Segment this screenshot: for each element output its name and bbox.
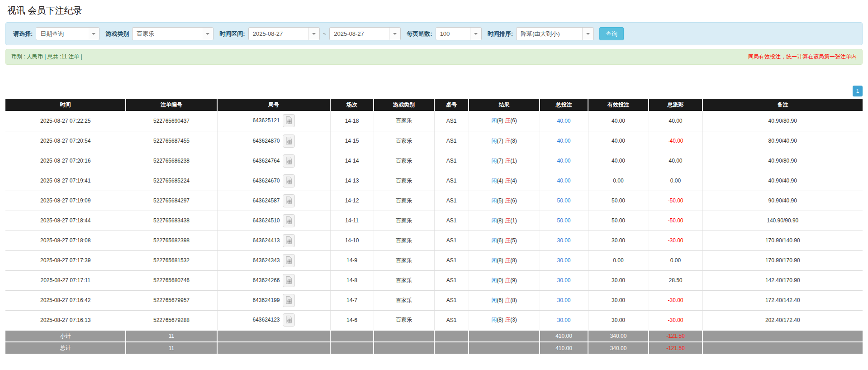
- valid-bet-cell: 30.00: [588, 270, 649, 290]
- table-row: 2025-08-27 07:19:09522765684297643624587…: [5, 191, 863, 211]
- session-cell: 14-15: [330, 131, 374, 151]
- total-bet-link[interactable]: 30.00: [557, 237, 570, 244]
- result-cell: 闲(8) 庄(3): [469, 310, 540, 330]
- table-row: 2025-08-27 07:16:42522765679957643624199…: [5, 290, 863, 310]
- currency-total-text: 币别 : 人民币 | 总共 :11 注单 |: [11, 53, 82, 61]
- result-cell: 闲(7) 庄(8): [469, 131, 540, 151]
- round-cell: 643624870: [217, 131, 330, 151]
- bet-number-cell: 522765683438: [126, 211, 217, 231]
- banker-result-label: 庄: [505, 257, 510, 264]
- time-cell: 2025-08-27 07:20:54: [5, 131, 126, 151]
- bet-number-cell: 522765690437: [126, 111, 217, 131]
- banker-result-score: (6): [510, 197, 517, 204]
- total-bet-link[interactable]: 40.00: [557, 118, 570, 124]
- page: 视讯 会员下注纪录 请选择: 日期查询 游戏类别 百家乐 时间区间: 2025-…: [0, 5, 868, 354]
- round-cell: 643624266: [217, 270, 330, 290]
- query-type-value: 日期查询: [36, 28, 88, 40]
- caret-down-icon[interactable]: [308, 28, 319, 40]
- payout-cell: 0.00: [649, 250, 702, 270]
- filter-panel: 请选择: 日期查询 游戏类别 百家乐 时间区间: 2025-08-27 ~ 20…: [5, 22, 863, 45]
- round-cell: 643624670: [217, 171, 330, 191]
- player-result-score: (4): [497, 178, 505, 184]
- total-bet-link[interactable]: 30.00: [557, 257, 570, 264]
- banker-result-label: 庄: [505, 217, 510, 224]
- video-replay-icon[interactable]: [283, 194, 295, 207]
- caret-down-icon[interactable]: [582, 28, 593, 40]
- player-result-label: 闲: [491, 237, 497, 244]
- total-bet-link[interactable]: 30.00: [557, 297, 570, 303]
- total-bet-link[interactable]: 40.00: [557, 178, 570, 184]
- time-sort-select[interactable]: 降冪(由大到小): [516, 27, 594, 40]
- player-result-label: 闲: [491, 317, 497, 323]
- player-result-score: (8): [497, 257, 505, 264]
- player-result-label: 闲: [491, 297, 497, 303]
- player-result-label: 闲: [491, 158, 497, 164]
- caret-down-icon[interactable]: [470, 28, 481, 40]
- total-bet-link[interactable]: 30.00: [557, 317, 570, 323]
- query-type-label: 请选择:: [13, 30, 33, 38]
- total-bet-cell: 30.00: [540, 250, 588, 270]
- total-bet-link[interactable]: 50.00: [557, 197, 570, 204]
- table-footer: 小计11410.00340.00-121.50总计11410.00340.00-…: [5, 330, 863, 354]
- player-result-score: (8): [497, 217, 505, 224]
- video-replay-icon[interactable]: [283, 214, 295, 227]
- total-bet-cell: 50.00: [540, 211, 588, 231]
- total-bet-link[interactable]: 40.00: [557, 158, 570, 164]
- summary-total-bet: 410.00: [540, 330, 588, 342]
- player-result-score: (8): [497, 317, 505, 323]
- valid-bet-cell: 0.00: [588, 250, 649, 270]
- valid-bet-cell: 30.00: [588, 310, 649, 330]
- page-size-select[interactable]: 100: [436, 27, 482, 40]
- summary-payout: -121.50: [649, 330, 702, 342]
- caret-down-icon[interactable]: [389, 28, 400, 40]
- total-bet-link[interactable]: 40.00: [557, 138, 570, 144]
- total-bet-link[interactable]: 30.00: [557, 277, 570, 284]
- video-replay-icon[interactable]: [283, 254, 295, 267]
- page-1-button[interactable]: 1: [853, 86, 863, 96]
- game-category-select[interactable]: 百家乐: [132, 27, 213, 40]
- valid-bet-cell: 40.00: [588, 131, 649, 151]
- video-replay-icon[interactable]: [283, 234, 295, 247]
- query-type-select[interactable]: 日期查询: [36, 27, 100, 40]
- valid-bet-cell: 0.00: [588, 171, 649, 191]
- game-type-cell: 百家乐: [374, 250, 434, 270]
- total-bet-cell: 40.00: [540, 151, 588, 171]
- round-number: 643624510: [252, 217, 280, 223]
- video-replay-icon[interactable]: [283, 274, 295, 287]
- remark-cell: 140.90/90.90: [702, 211, 863, 231]
- banker-result-label: 庄: [505, 277, 510, 284]
- banker-result-label: 庄: [505, 117, 510, 124]
- banker-result-score: (8): [510, 257, 517, 264]
- video-replay-icon[interactable]: [283, 114, 295, 127]
- video-replay-icon[interactable]: [283, 313, 295, 327]
- page-title: 视讯 会员下注纪录: [7, 5, 861, 17]
- date-to-select[interactable]: 2025-08-27: [329, 27, 401, 40]
- game-type-cell: 百家乐: [374, 151, 434, 171]
- caret-down-icon[interactable]: [202, 28, 213, 40]
- player-result-label: 闲: [491, 217, 497, 224]
- game-type-cell: 百家乐: [374, 290, 434, 310]
- player-result-label: 闲: [491, 197, 497, 204]
- caret-down-icon[interactable]: [88, 28, 99, 40]
- table-number-cell: AS1: [434, 191, 469, 211]
- player-result-score: (0): [497, 277, 505, 284]
- game-category-value: 百家乐: [133, 28, 202, 40]
- payout-cell: 40.00: [649, 151, 702, 171]
- valid-bet-cell: 40.00: [588, 111, 649, 131]
- date-from-select[interactable]: 2025-08-27: [248, 27, 320, 40]
- bet-number-cell: 522765682398: [126, 231, 217, 250]
- player-result-score: (7): [497, 158, 505, 164]
- search-button[interactable]: 查询: [599, 27, 624, 40]
- video-replay-icon[interactable]: [283, 154, 295, 168]
- video-replay-icon[interactable]: [283, 135, 295, 148]
- subtotal-row: 小计11410.00340.00-121.50: [5, 330, 863, 342]
- session-cell: 14-6: [330, 310, 374, 330]
- column-header-8: 有效投注: [588, 99, 649, 111]
- result-cell: 闲(8) 庄(8): [469, 250, 540, 270]
- column-header-6: 结果: [469, 99, 540, 111]
- total-bet-link[interactable]: 50.00: [557, 217, 570, 224]
- banker-result-label: 庄: [505, 237, 510, 244]
- table-row: 2025-08-27 07:19:41522765685224643624670…: [5, 171, 863, 191]
- video-replay-icon[interactable]: [283, 294, 295, 307]
- video-replay-icon[interactable]: [283, 174, 295, 187]
